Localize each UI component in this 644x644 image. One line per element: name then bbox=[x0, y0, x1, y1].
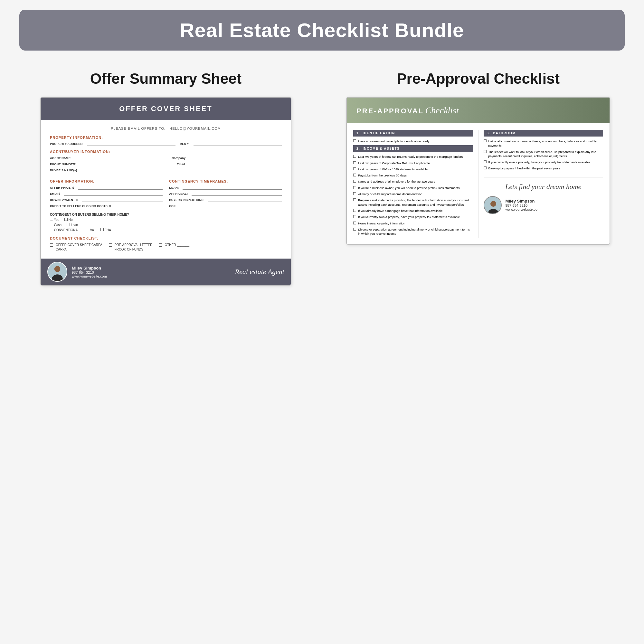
offer-email-line: PLEASE EMAIL OFFERS TO: HELLO@YOUREMAIL.… bbox=[50, 127, 282, 130]
pa-s2-text-4: Paystubs from the previous 30 days bbox=[358, 173, 407, 177]
pa-s2-cb-12[interactable] bbox=[353, 228, 356, 231]
doc-label-4: FROOK OF FUNDS bbox=[115, 248, 143, 251]
pa-s2-cb-3[interactable] bbox=[353, 167, 356, 170]
pa-s2-item-10: If you currently own a property, have yo… bbox=[353, 215, 473, 219]
page-wrapper: Real Estate Checklist Bundle Offer Summa… bbox=[0, 0, 644, 644]
pa-s2-text-11: Home Insurance policy information bbox=[358, 221, 405, 225]
conventional-checkbox[interactable] bbox=[50, 228, 53, 231]
pa-section1-checkbox-1[interactable] bbox=[353, 139, 356, 142]
offer-price-label: OFFER PRICE: $ bbox=[50, 186, 74, 189]
pa-s2-item-3: Last two years of W-2 or 1099 statements… bbox=[353, 167, 473, 171]
fha-check: FHA bbox=[100, 228, 111, 232]
header-banner: Real Estate Checklist Bundle bbox=[19, 10, 625, 51]
doc-label-5: OTHER _______ bbox=[165, 243, 189, 247]
preapproval-title-upper: PRE-APPROVAL bbox=[356, 107, 424, 115]
pa-s2-text-10: If you currently own a property, have yo… bbox=[358, 215, 460, 219]
loan-checkbox[interactable] bbox=[67, 223, 70, 226]
cof-row: COF bbox=[169, 204, 282, 208]
agent-name-line bbox=[75, 156, 168, 160]
phone-label: PHONE NUMBER: bbox=[50, 162, 76, 166]
doc-checkbox-2[interactable] bbox=[50, 248, 53, 251]
doc-col-right: PRE-APPROVAL LETTER FROOK OF FUNDS bbox=[109, 242, 153, 252]
pa-divider bbox=[484, 177, 603, 177]
pa-s2-cb-7[interactable] bbox=[353, 192, 356, 195]
pa-s3-text-3: If you currently own a property, have yo… bbox=[488, 160, 590, 164]
offer-card-footer: Miley Simpson 987-654-3210 www.yourwebsi… bbox=[41, 259, 291, 285]
pa-s2-cb-1[interactable] bbox=[353, 155, 356, 158]
pa-s2-item-7: Alimony or child support income document… bbox=[353, 192, 473, 196]
cash-checkbox[interactable] bbox=[50, 223, 53, 226]
no-checkbox[interactable] bbox=[64, 218, 68, 221]
pa-section3-num: 3. bbox=[487, 131, 490, 135]
no-check: No bbox=[64, 218, 73, 222]
pa-s2-cb-4[interactable] bbox=[353, 174, 356, 176]
buyer-label: BUYER'S NAME(s): bbox=[50, 168, 78, 172]
doc-checkbox-1[interactable] bbox=[50, 243, 53, 247]
pa-section1-label: IDENTIFICATION bbox=[363, 131, 395, 135]
fha-checkbox[interactable] bbox=[100, 228, 104, 231]
pa-s3-cb-2[interactable] bbox=[484, 150, 487, 153]
doc-item-2: CARPA bbox=[50, 248, 102, 251]
pa-s3-text-1: List of all current loans name, address,… bbox=[488, 139, 603, 148]
doc-checkbox-3[interactable] bbox=[109, 243, 112, 247]
buyer-line bbox=[82, 168, 282, 172]
pa-s2-cb-11[interactable] bbox=[353, 222, 356, 224]
doc-label-3: PRE-APPROVAL LETTER bbox=[115, 243, 153, 247]
pa-s3-item-4: Bankruptcy papers if filed within the pa… bbox=[484, 166, 603, 170]
pa-s3-cb-3[interactable] bbox=[484, 160, 487, 163]
emd-line bbox=[64, 191, 163, 196]
buyers-inspections-label: BUYERS INSPECTIONS: bbox=[169, 198, 204, 202]
pa-s2-cb-5[interactable] bbox=[353, 180, 356, 183]
offer-footer-info: Miley Simpson 987-654-3210 www.yourwebsi… bbox=[72, 266, 107, 278]
doc-checkbox-4[interactable] bbox=[109, 248, 112, 251]
cof-label: COF bbox=[169, 204, 175, 208]
cash-loan-checks: Cash Loan bbox=[50, 223, 282, 227]
pa-footer-info: Miley Simpson 987-654-3210 www.yourwebsi… bbox=[506, 199, 541, 211]
pa-s2-item-12: Divorce or separation agreement includin… bbox=[353, 227, 473, 236]
offer-footer-phone: 987-654-3210 bbox=[72, 270, 107, 274]
mls-label: MLS #: bbox=[179, 142, 189, 146]
cash-check: Cash bbox=[50, 223, 62, 227]
email-line-label: PLEASE EMAIL OFFERS TO: bbox=[111, 127, 166, 130]
emd-row: EMD: $ bbox=[50, 191, 163, 196]
pa-footer-website: www.yourwebsite.com bbox=[506, 207, 541, 211]
buyer-row: BUYER'S NAME(s): bbox=[50, 168, 282, 172]
cof-line bbox=[179, 204, 282, 208]
pa-s2-cb-2[interactable] bbox=[353, 161, 356, 164]
pa-s2-cb-6[interactable] bbox=[353, 186, 356, 189]
pa-footer-phone: 987-654-3210 bbox=[506, 204, 541, 207]
pa-s2-text-2: Last two years of Corporate Tax Returns … bbox=[358, 161, 430, 165]
pa-s3-cb-1[interactable] bbox=[484, 139, 487, 142]
pa-s2-cb-8[interactable] bbox=[353, 198, 356, 201]
pa-left-col: 1. IDENTIFICATION Have a government issu… bbox=[353, 130, 478, 238]
credit-line bbox=[115, 204, 163, 208]
yes-checkbox[interactable] bbox=[50, 218, 53, 221]
pa-s2-item-4: Paystubs from the previous 30 days bbox=[353, 173, 473, 177]
pa-section2-num: 2. bbox=[356, 147, 360, 150]
down-payment-line bbox=[82, 197, 163, 202]
pa-s2-text-12: Divorce or separation agreement includin… bbox=[358, 227, 473, 236]
buyers-inspections-line bbox=[208, 197, 282, 202]
va-checkbox[interactable] bbox=[86, 228, 89, 231]
offer-doc-card: OFFER COVER SHEET PLEASE EMAIL OFFERS TO… bbox=[40, 97, 291, 286]
email-line bbox=[189, 162, 282, 166]
doc-checkbox-5[interactable] bbox=[159, 243, 162, 247]
down-payment-row: DOWN PAYMENT: $ bbox=[50, 197, 163, 202]
pa-s3-cb-4[interactable] bbox=[484, 166, 487, 169]
preapproval-section-col: Pre-Approval Checklist PRE-APPROVAL Chec… bbox=[332, 70, 625, 286]
doc-checklist-area: DOCUMENT CHECKLIST: OFFER COVER SHEET CA… bbox=[50, 236, 282, 252]
offer-price-row: OFFER PRICE: $ bbox=[50, 185, 163, 190]
offer-section-title: Offer Summary Sheet bbox=[90, 70, 241, 87]
sections-row: Offer Summary Sheet OFFER COVER SHEET PL… bbox=[0, 70, 644, 286]
pa-section1-text-1: Have a government issued photo identific… bbox=[358, 139, 429, 143]
pa-s3-item-3: If you currently own a property, have yo… bbox=[484, 160, 603, 164]
pa-s2-item-8: Prepare asset statements providing the f… bbox=[353, 198, 473, 207]
loan-check: Loan bbox=[67, 223, 78, 227]
offer-card-title: OFFER COVER SHEET bbox=[119, 105, 212, 113]
pa-s2-cb-9[interactable] bbox=[353, 209, 356, 212]
company-label: Company bbox=[172, 156, 185, 160]
pa-section3-label: BATHROOM bbox=[493, 131, 516, 135]
pa-s2-cb-10[interactable] bbox=[353, 215, 356, 218]
pa-s3-text-2: The lender will want to look at your cre… bbox=[488, 150, 603, 158]
property-section-label: PROPERTY INFORMATION: bbox=[50, 136, 282, 139]
